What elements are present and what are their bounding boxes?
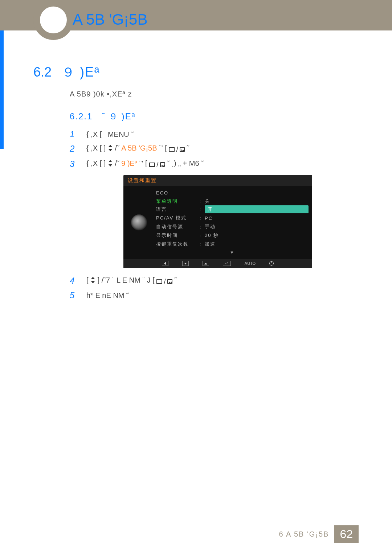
power-icon (269, 261, 274, 266)
step-row: 1 { ,X [ MENU ˜ (70, 129, 359, 140)
select-enter-icon: / (149, 159, 165, 170)
step-number: 5 (70, 290, 77, 301)
step-number: 1 (70, 129, 77, 140)
section-number: 6.2 (33, 65, 52, 80)
footer-chapter-label: 6 A 5B 'G¡5B (279, 525, 334, 543)
step-text: h* E nE NM ˜ (86, 290, 129, 301)
nav-down-icon (182, 261, 189, 266)
step-text: { ,X [ ] (86, 159, 106, 167)
step-row: 2 { ,X [ ] /˜ A 5B 'G¡5B ¨' [ / ˜ (70, 143, 359, 155)
osd-label: 菜单透明 (156, 198, 200, 205)
subsection-number: 6.2.1 (70, 111, 93, 121)
step-text: { ,X [ ] (86, 144, 106, 152)
osd-colon: : (200, 242, 205, 247)
step-text: ] /˜7 ˙ L E NM ¨ J [ (98, 276, 155, 284)
step-text: ˜ (187, 144, 189, 152)
step-text: ¨' [ (139, 159, 147, 167)
up-down-icon (108, 145, 113, 151)
nav-up-icon (203, 261, 209, 266)
osd-row: 按键重复次数 : 加速 (156, 240, 309, 249)
osd-title: 设置和重置 (123, 175, 312, 186)
osd-label: 自动信号源 (156, 223, 200, 230)
scroll-down-icon: ▼ (156, 249, 309, 255)
osd-colon: : (200, 224, 205, 230)
osd-colon: : (200, 207, 205, 212)
section-title: ９ )Eª (62, 63, 100, 81)
osd-row: 显示时间 : 20 秒 (156, 231, 309, 240)
step-number: 4 (70, 275, 77, 286)
up-down-icon (90, 277, 95, 283)
step-text: [ (86, 276, 89, 284)
step-highlight: A 5B 'G¡5B (121, 144, 157, 152)
osd-row: ECO (156, 188, 309, 197)
page-footer: 6 A 5B 'G¡5B 62 (0, 525, 392, 543)
osd-row: 自动信号源 : 手动 (156, 222, 309, 231)
step-number: 2 (70, 143, 77, 154)
nav-enter-icon: ⏎ (223, 261, 231, 266)
nav-auto-label: AUTO (245, 261, 256, 266)
osd-label: 按键重复次数 (156, 241, 200, 247)
step-number: 3 (70, 159, 77, 169)
step-text: ˜ (174, 276, 177, 284)
osd-selected-option: 开 (205, 205, 309, 213)
select-enter-icon: / (169, 144, 185, 155)
osd-label: 语言 (156, 206, 200, 213)
section-description: A 5B9 )0k •,XEª z (70, 90, 359, 98)
nav-left-icon (162, 261, 168, 266)
step-highlight: 9 )Eª (121, 159, 137, 167)
up-down-icon (108, 160, 113, 167)
step-text: { ,X [ (86, 130, 102, 138)
osd-row: 菜单透明 : 关 (156, 197, 309, 206)
subsection-title: ˜ ９ )Eª (102, 111, 135, 121)
step-text: /˜ (115, 159, 121, 167)
step-text: ¨' [ (159, 144, 167, 152)
step-text: ˜ ¸) „ + M6 ˜ (167, 159, 204, 167)
osd-label: ECO (156, 190, 200, 196)
osd-colon: : (200, 199, 205, 204)
step-row: 3 { ,X [ ] /˜ 9 )Eª ¨' [ / ˜ ¸) „ + M6 ˜ (70, 158, 359, 170)
osd-option: 关 (205, 198, 309, 205)
osd-row: PC/AV 模式 : PC (156, 214, 309, 222)
osd-row: 语言 : 开 (156, 205, 309, 214)
step-text: ˜ (131, 130, 134, 138)
osd-value: PC (205, 216, 309, 221)
menu-button-label: MENU (108, 130, 129, 138)
chapter-title: A 5B 'G¡5B (73, 11, 147, 28)
osd-screenshot: 设置和重置 ECO 菜单透明 : 关 (123, 175, 312, 268)
gear-icon (131, 214, 147, 230)
osd-value: 手动 (205, 223, 309, 230)
osd-colon: : (200, 216, 205, 221)
footer-page-number: 62 (334, 525, 359, 543)
osd-value: 加速 (205, 241, 309, 247)
osd-label: 显示时间 (156, 232, 200, 239)
osd-value: 20 秒 (205, 232, 309, 239)
osd-colon: : (200, 233, 205, 238)
osd-nav-bar: ⏎ AUTO (123, 259, 312, 268)
step-row: 4 [ ] /˜7 ˙ L E NM ¨ J [ / ˜ (70, 275, 359, 287)
chapter-badge (33, 0, 73, 40)
step-row: 5 h* E nE NM ˜ (70, 290, 359, 301)
step-text: /˜ (115, 144, 121, 152)
osd-label: PC/AV 模式 (156, 215, 200, 221)
select-enter-icon: / (156, 276, 172, 287)
